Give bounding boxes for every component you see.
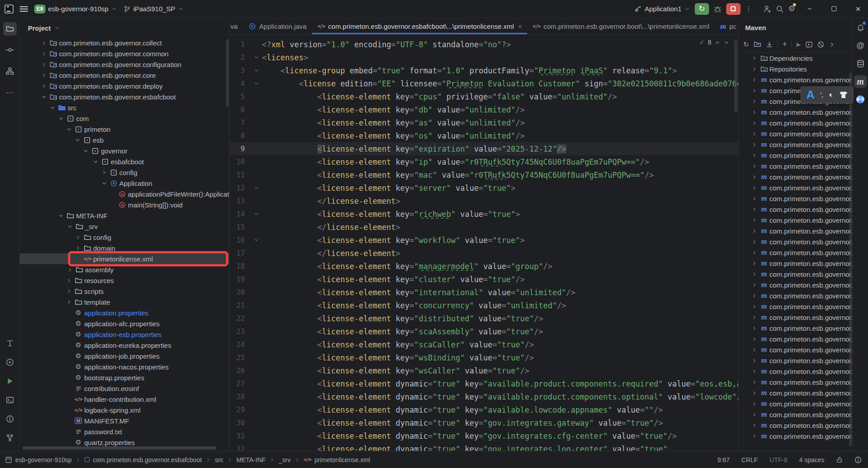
tree-row[interactable]: ⚙application-nacos.properties (20, 361, 229, 372)
tree-row[interactable]: governor (20, 145, 229, 156)
maven-row[interactable]: mcom.primeton.esb.governor.lo (739, 225, 852, 236)
run-config-widget[interactable]: Application1 (634, 5, 690, 13)
execute-goal-icon[interactable] (805, 41, 813, 48)
chevron-right-icon[interactable] (829, 41, 835, 48)
project-folder-icon[interactable] (3, 22, 17, 36)
tree-row[interactable]: META-INF (20, 210, 229, 221)
chevron-right-icon[interactable] (750, 109, 759, 115)
breadcrumb-item[interactable]: com.primeton.esb.governor.esbafcboot (85, 456, 202, 464)
maven-icon[interactable]: m (854, 75, 867, 88)
maven-row[interactable]: mcom.primeton.esb.governor.co (739, 171, 852, 182)
chevron-right-icon[interactable] (750, 412, 759, 418)
editor-line[interactable]: 4 <license edition="EE" licensee="Primet… (230, 77, 738, 90)
terminal-icon[interactable] (3, 393, 17, 407)
download-sources-icon[interactable] (766, 41, 773, 48)
chevron-right-icon[interactable] (750, 88, 759, 94)
chevron-down-icon[interactable] (56, 116, 65, 122)
chevron-right-icon[interactable] (750, 379, 759, 385)
settings-icon[interactable]: ⚙ (788, 4, 795, 14)
editor-tab[interactable]: va (230, 18, 243, 34)
tree-row[interactable]: resources (20, 275, 229, 286)
problems-icon[interactable] (3, 412, 17, 426)
editor-line[interactable]: 22 <license-element key="distributed" va… (230, 312, 738, 325)
tree-row[interactable]: MMANIFEST.MF (20, 415, 229, 426)
chevron-right-icon[interactable] (750, 261, 759, 266)
editor-tab[interactable]: </>com.primeton.esb.governor.esbafcboot\… (312, 18, 527, 34)
maven-row[interactable]: mcom.primeton.esb.governor.sa (739, 387, 852, 398)
maven-row[interactable]: mcom.primeton.eos.governor.esb (739, 74, 852, 85)
fold-chevron-icon[interactable] (250, 81, 262, 86)
chevron-right-icon[interactable] (64, 299, 73, 305)
plugins-icon[interactable] (854, 93, 867, 106)
chevron-right-icon[interactable] (750, 142, 759, 148)
editor-line[interactable]: 12 <license-element key="server" value="… (230, 181, 738, 194)
tree-vertical-scrollbar[interactable] (226, 39, 229, 107)
debug-button[interactable] (714, 5, 722, 13)
tree-row[interactable]: _srv (20, 221, 229, 232)
tree-row[interactable]: com.primeton.esb.governor.deploy (20, 81, 229, 91)
chevron-right-icon[interactable] (750, 315, 759, 320)
editor-line[interactable]: 26 <license-element key="wsCaller" value… (230, 364, 738, 377)
file-encoding[interactable]: UTF-8 (769, 456, 787, 464)
breadcrumb-item[interactable]: esb-governor-910sp (15, 456, 72, 464)
chevron-right-icon[interactable] (750, 153, 759, 158)
maven-row[interactable]: mcom.primeton.esb.governor.ap (739, 107, 852, 117)
chevron-right-icon[interactable] (39, 40, 48, 46)
tree-row[interactable]: config (20, 232, 229, 243)
editor-line[interactable]: 23 <license-element key="scaAssembly" va… (230, 325, 738, 338)
stop-button[interactable] (726, 3, 741, 15)
breadcrumb-item[interactable]: _srv (279, 456, 290, 464)
services-icon[interactable] (3, 356, 17, 369)
tree-row[interactable]: contribution.eosinf (20, 383, 229, 394)
tree-row[interactable]: domain (20, 243, 229, 253)
maven-row[interactable]: mcom.primeton.esb.governor.es (739, 215, 852, 225)
chevron-right-icon[interactable] (750, 120, 759, 126)
maven-row[interactable]: mcom.primeton.esb.governor.de (739, 204, 852, 215)
chevron-right-icon[interactable] (39, 72, 48, 78)
editor-line[interactable]: 27 <license-element dynamic="true" key="… (230, 377, 738, 390)
tree-row[interactable]: ⚙application-eureka.properties (20, 340, 229, 351)
tree-row[interactable]: src (20, 102, 229, 113)
editor-line[interactable]: 25 <license-element key="wsBinding" valu… (230, 351, 738, 364)
chevron-right-icon[interactable] (750, 423, 759, 428)
fold-chevron-icon[interactable] (250, 211, 262, 217)
version-control-icon[interactable] (3, 431, 17, 445)
run-maven-icon[interactable]: ▶ (796, 41, 801, 48)
chevron-right-icon[interactable] (750, 131, 759, 137)
database-icon[interactable] (854, 57, 867, 70)
chevron-down-icon[interactable] (48, 105, 57, 111)
chevron-right-icon[interactable] (750, 336, 759, 342)
ai-assistant-icon[interactable]: @ (854, 39, 867, 52)
notifications-icon[interactable] (854, 21, 867, 34)
chevron-up-icon[interactable] (714, 40, 720, 45)
tree-row[interactable]: </>logback-spring.xml (20, 405, 229, 415)
tree-row[interactable]: com (20, 113, 229, 124)
reload-projects-icon[interactable] (754, 40, 761, 48)
inspections-icon[interactable] (854, 456, 862, 464)
project-widget[interactable]: E9 esb-governor-910sp (34, 4, 117, 14)
chevron-down-icon[interactable] (64, 126, 73, 132)
minimize-button[interactable]: − (800, 0, 819, 18)
maven-row[interactable]: mcom.primeton.esb.governor.sa (739, 409, 852, 420)
editor-line[interactable]: 19 <license-element key="cluster" value=… (230, 273, 738, 286)
maven-vertical-scrollbar[interactable] (849, 72, 852, 446)
tree-row[interactable]: assembly (20, 264, 229, 275)
chevron-right-icon[interactable] (99, 170, 108, 176)
maven-row[interactable]: mcom.primeton.esb.governor.sa (739, 420, 852, 431)
chevron-right-icon[interactable] (750, 55, 759, 61)
tree-row[interactable]: esbafcboot (20, 156, 229, 167)
project-panel-header[interactable]: Project (20, 18, 229, 37)
chevron-right-icon[interactable] (750, 271, 759, 277)
chevron-right-icon[interactable] (64, 278, 73, 284)
maven-row[interactable]: mcom.primeton.esb.governor.au (739, 128, 852, 139)
chevron-right-icon[interactable] (65, 267, 74, 273)
breadcrumb-item[interactable]: META-INF (236, 456, 266, 464)
commit-icon[interactable] (3, 43, 17, 57)
chevron-right-icon[interactable] (750, 163, 759, 169)
maven-row[interactable]: mcom.primeton.esb.governor.sa (739, 312, 852, 323)
run-icon[interactable] (3, 374, 17, 388)
add-icon[interactable]: + (782, 40, 787, 49)
editor-line[interactable]: 13 </license-element> (230, 194, 738, 207)
indent-setting[interactable]: 4 spaces (799, 456, 824, 464)
maven-row[interactable]: mcom.primeton.esb.governor.co (739, 182, 852, 193)
